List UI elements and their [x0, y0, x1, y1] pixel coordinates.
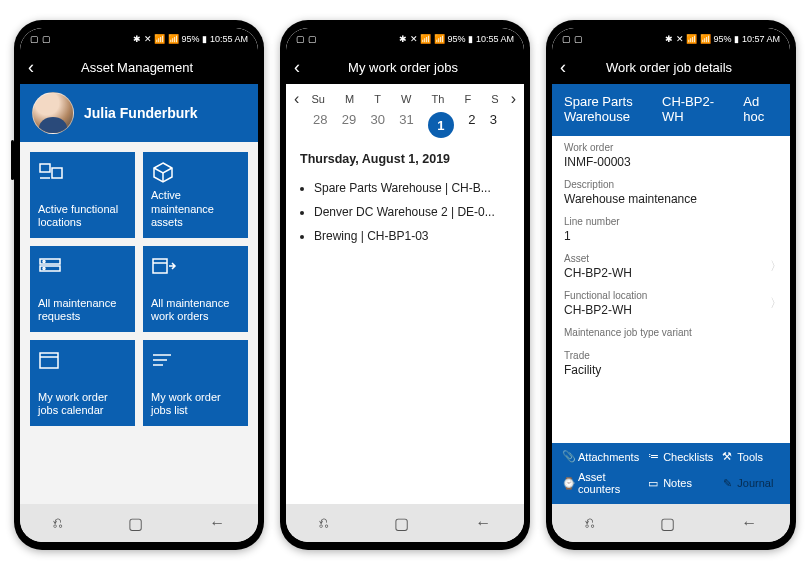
day-label: M [345, 93, 354, 105]
detail-tabs: Spare Parts Warehouse CH-BP2-WH Ad hoc [552, 84, 790, 136]
svg-rect-0 [40, 164, 50, 172]
tile-jobs-list[interactable]: My work order jobs list [143, 340, 248, 426]
next-week-icon[interactable]: › [509, 90, 518, 108]
svg-point-6 [43, 261, 45, 263]
nav-back-icon[interactable]: ← [741, 514, 757, 532]
attachment-icon: 📎 [562, 450, 574, 463]
tab-warehouse[interactable]: Spare Parts Warehouse [564, 94, 644, 124]
status-bar: ▢ ▢ ✱ ✕ 📶 📶 95% ▮ 10:55 AM [286, 28, 524, 50]
tile-active-locations[interactable]: Active functional locations [30, 152, 135, 238]
event-list: Spare Parts Warehouse | CH-B... Denver D… [286, 176, 524, 248]
prev-week-icon[interactable]: ‹ [292, 90, 301, 108]
tile-label: My work order jobs calendar [38, 391, 127, 419]
journal-icon: ✎ [721, 477, 733, 490]
chevron-right-icon: 〉 [770, 294, 782, 311]
svg-rect-8 [153, 259, 167, 273]
tile-work-orders[interactable]: All maintenance work orders [143, 246, 248, 332]
list-icon [151, 348, 240, 372]
cal-date[interactable]: 2 [468, 112, 475, 138]
recent-icon[interactable]: ⎌ [53, 514, 63, 532]
counter-icon: ⌚ [562, 477, 574, 490]
user-header[interactable]: Julia Funderburk [20, 84, 258, 142]
event-item[interactable]: Denver DC Warehouse 2 | DE-0... [314, 200, 510, 224]
recent-icon[interactable]: ⎌ [585, 514, 595, 532]
field-line-number: Line number 1 [552, 210, 790, 247]
cal-date[interactable]: 3 [490, 112, 497, 138]
home-icon[interactable]: ▢ [394, 514, 409, 533]
day-label: S [491, 93, 498, 105]
action-attachments[interactable]: 📎Attachments [560, 447, 641, 466]
tile-grid: Active functional locations Active maint… [20, 142, 258, 504]
tile-label: All maintenance requests [38, 297, 127, 325]
checklist-icon: ≔ [647, 450, 659, 463]
svg-rect-1 [52, 168, 62, 178]
cal-date-selected[interactable]: 1 [428, 112, 454, 138]
phone-job-details: ▢ ▢ ✱ ✕ 📶 📶 95% ▮ 10:57 AM ‹ Work order … [546, 20, 796, 550]
recent-icon[interactable]: ⎌ [319, 514, 329, 532]
page-title: My work order jobs [290, 60, 516, 75]
action-checklists[interactable]: ≔Checklists [645, 447, 715, 466]
detail-body: Work order INMF-00003 Description Wareho… [552, 136, 790, 443]
cube-icon [151, 160, 240, 184]
stack-icon [38, 254, 127, 278]
field-asset[interactable]: Asset CH-BP2-WH 〉 [552, 247, 790, 284]
tile-active-assets[interactable]: Active maintenance assets [143, 152, 248, 238]
phone-asset-management: ▢ ▢ ✱ ✕ 📶 📶 95% ▮ 10:55 AM ‹ Asset Manag… [14, 20, 264, 550]
chevron-right-icon: 〉 [770, 257, 782, 274]
home-icon[interactable]: ▢ [128, 514, 143, 533]
cal-date[interactable]: 29 [342, 112, 356, 138]
calendar-arrow-icon [151, 254, 240, 278]
nav-bar: ⎌ ▢ ← [286, 504, 524, 542]
tile-jobs-calendar[interactable]: My work order jobs calendar [30, 340, 135, 426]
nav-back-icon[interactable]: ← [475, 514, 491, 532]
action-asset-counters[interactable]: ⌚Asset counters [560, 468, 641, 498]
calendar-dates: 28 29 30 31 1 2 3 [286, 110, 524, 146]
date-heading: Thursday, August 1, 2019 [286, 146, 524, 176]
avatar [32, 92, 74, 134]
user-name: Julia Funderburk [84, 105, 198, 121]
cal-date[interactable]: 28 [313, 112, 327, 138]
action-journal[interactable]: ✎Journal [719, 468, 782, 498]
tile-label: All maintenance work orders [151, 297, 240, 325]
status-bar: ▢ ▢ ✱ ✕ 📶 📶 95% ▮ 10:55 AM [20, 28, 258, 50]
day-label: Th [432, 93, 445, 105]
locations-icon [38, 160, 127, 184]
status-left: ▢ ▢ [30, 34, 51, 44]
action-tools[interactable]: ⚒Tools [719, 447, 782, 466]
notes-icon: ▭ [647, 477, 659, 490]
event-item[interactable]: Brewing | CH-BP1-03 [314, 224, 510, 248]
field-description: Description Warehouse maintenance [552, 173, 790, 210]
day-label: W [401, 93, 411, 105]
status-right: ✱ ✕ 📶 📶 95% ▮ 10:55 AM [133, 34, 248, 44]
cal-date[interactable]: 31 [399, 112, 413, 138]
nav-back-icon[interactable]: ← [209, 514, 225, 532]
action-bar: 📎Attachments ≔Checklists ⚒Tools ⌚Asset c… [552, 443, 790, 504]
calendar-icon [38, 348, 127, 372]
day-label: T [374, 93, 381, 105]
home-icon[interactable]: ▢ [660, 514, 675, 533]
tab-asset[interactable]: CH-BP2-WH [662, 94, 725, 124]
nav-bar: ⎌ ▢ ← [552, 504, 790, 542]
cal-date[interactable]: 30 [371, 112, 385, 138]
svg-point-7 [43, 268, 45, 270]
app-bar: ‹ My work order jobs [286, 50, 524, 84]
phone-work-order-jobs: ▢ ▢ ✱ ✕ 📶 📶 95% ▮ 10:55 AM ‹ My work ord… [280, 20, 530, 550]
tile-label: My work order jobs list [151, 391, 240, 419]
calendar-week-header: ‹ Su M T W Th F S › [286, 84, 524, 110]
page-title: Asset Management [24, 60, 250, 75]
event-item[interactable]: Spare Parts Warehouse | CH-B... [314, 176, 510, 200]
field-trade: Trade Facility [552, 344, 790, 381]
app-bar: ‹ Asset Management [20, 50, 258, 84]
app-bar: ‹ Work order job details [552, 50, 790, 84]
nav-bar: ⎌ ▢ ← [20, 504, 258, 542]
day-label: Su [311, 93, 324, 105]
action-notes[interactable]: ▭Notes [645, 468, 715, 498]
tile-maintenance-requests[interactable]: All maintenance requests [30, 246, 135, 332]
tile-label: Active maintenance assets [151, 189, 240, 230]
tab-adhoc[interactable]: Ad hoc [743, 94, 778, 124]
day-label: F [464, 93, 471, 105]
tools-icon: ⚒ [721, 450, 733, 463]
page-title: Work order job details [556, 60, 782, 75]
field-work-order: Work order INMF-00003 [552, 136, 790, 173]
field-functional-location[interactable]: Functional location CH-BP2-WH 〉 [552, 284, 790, 321]
